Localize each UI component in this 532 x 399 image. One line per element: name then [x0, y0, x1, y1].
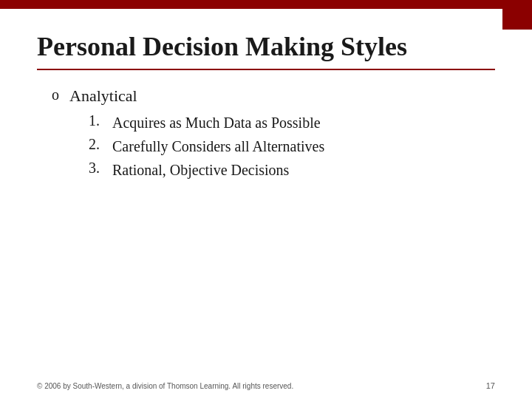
slide: Personal Decision Making Styles o Analyt… [0, 0, 532, 399]
main-bullet: o Analytical [52, 85, 495, 108]
sub-item-3: 3. Rational, Objective Decisions [89, 160, 495, 180]
sub-text-1: Acquires as Much Data as Possible [112, 112, 321, 133]
content-area: Personal Decision Making Styles o Analyt… [0, 9, 532, 399]
footer: © 2006 by South-Western, a division of T… [37, 381, 495, 390]
sub-text-3: Rational, Objective Decisions [112, 160, 289, 180]
sub-number-2: 2. [89, 136, 105, 153]
top-bar [0, 0, 532, 9]
footer-page-number: 17 [486, 381, 495, 390]
title-divider [37, 69, 495, 70]
sub-text-2: Carefully Considers all Alternatives [112, 136, 324, 157]
sub-item-2: 2. Carefully Considers all Alternatives [89, 136, 495, 157]
sub-number-3: 3. [89, 160, 105, 177]
main-content: o Analytical 1. Acquires as Much Data as… [37, 85, 495, 180]
sub-item-1: 1. Acquires as Much Data as Possible [89, 112, 495, 133]
bullet-label: Analytical [69, 85, 137, 108]
sub-number-1: 1. [89, 112, 105, 129]
bullet-marker: o [52, 86, 59, 103]
sub-list: 1. Acquires as Much Data as Possible 2. … [52, 112, 495, 180]
slide-title: Personal Decision Making Styles [37, 31, 495, 63]
footer-copyright: © 2006 by South-Western, a division of T… [37, 382, 293, 390]
